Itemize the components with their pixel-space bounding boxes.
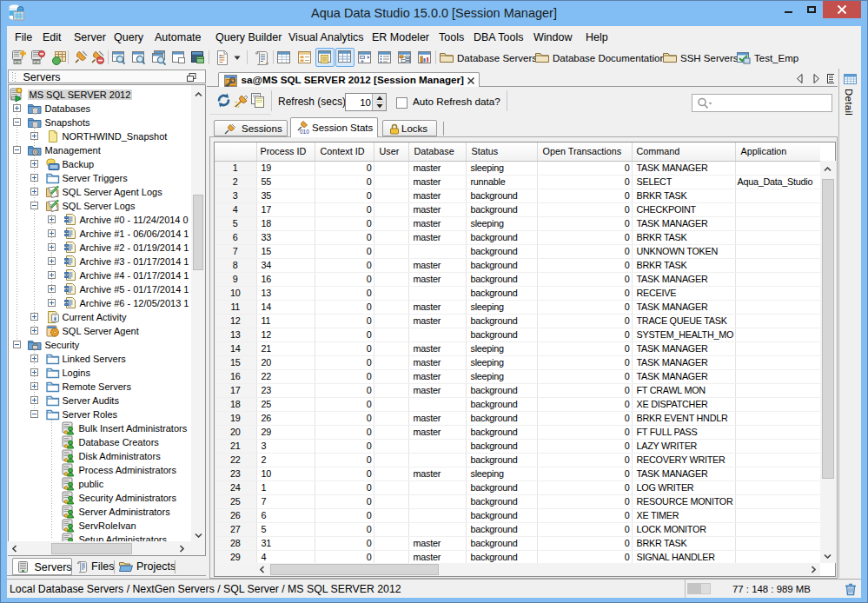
svg-text:010: 010 [300, 129, 309, 135]
